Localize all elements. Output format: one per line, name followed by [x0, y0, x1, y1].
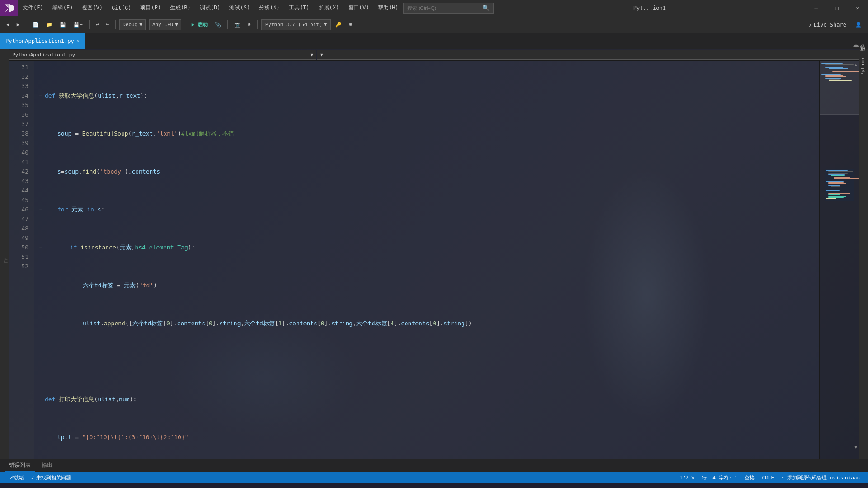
fold-icon-36 — [38, 282, 44, 289]
cpu-dropdown[interactable]: Any CPU ▼ — [149, 19, 181, 30]
line-number-41: 41 — [9, 157, 30, 167]
menu-help[interactable]: 帮助(H) — [373, 0, 403, 16]
minimap-viewport[interactable] — [820, 61, 859, 115]
fold-icon-32 — [38, 131, 44, 137]
minimap-scroll-down[interactable]: ▼ — [855, 445, 857, 450]
bottom-tab-errors[interactable]: 错误列表 — [5, 460, 35, 472]
line-number-44: 44 — [9, 186, 30, 195]
menu-git[interactable]: Git(G) — [107, 0, 136, 16]
debug-dropdown-arrow: ▼ — [139, 22, 142, 28]
layout-button[interactable]: ⊞ — [346, 21, 355, 28]
title-search[interactable]: 🔍 — [403, 3, 494, 14]
python-label: Python 3.7 (64-bit) — [265, 22, 322, 28]
new-file-button[interactable]: 📄 — [30, 21, 42, 28]
tab-close-button[interactable]: ✕ — [77, 38, 80, 43]
forward-button[interactable]: ▶ — [14, 21, 23, 28]
menu-project[interactable]: 项目(P) — [136, 0, 165, 16]
nav-arrow-right: ▼ — [320, 52, 323, 58]
status-branch[interactable]: ⎇ 就绪 — [5, 472, 28, 483]
fold-icon-35[interactable]: ─ — [38, 244, 44, 251]
branch-icon: ⎇ — [8, 475, 14, 481]
tab-scroll-right-icon[interactable]: ▶ — [856, 42, 859, 49]
code-editor[interactable]: ─ def 获取大学信息(ulist,r_text): soup = Beaut… — [34, 61, 819, 459]
fold-icon-33 — [38, 169, 44, 175]
line-number-40: 40 — [9, 148, 30, 157]
line-number-42: 42 — [9, 167, 30, 176]
line-number-34: 34 — [9, 91, 30, 100]
breadcrumb-nav-right[interactable]: ▼ — [317, 50, 859, 60]
account-button[interactable]: 👤 — [853, 21, 864, 28]
live-share-button[interactable]: ↗ Live Share — [804, 22, 851, 28]
tab-settings-icon[interactable]: ⚙ — [861, 42, 864, 49]
minimap-scroll-up[interactable]: ▲ — [855, 62, 857, 67]
status-encoding[interactable]: CRLF — [758, 472, 778, 483]
menu-view[interactable]: 视图(V) — [77, 0, 107, 16]
bottom-tab-output[interactable]: 输出 — [37, 460, 57, 472]
no-issues-label: 未找到相关问题 — [36, 474, 71, 481]
right-tab-python-env[interactable]: Python 环境 — [859, 51, 868, 79]
env-button[interactable]: 🔑 — [333, 21, 344, 28]
line-number-48: 48 — [9, 224, 30, 233]
window-title: Pyt...ion1 — [494, 5, 806, 11]
menu-test[interactable]: 测试(S) — [225, 0, 255, 16]
fn-name-31: 获取大学信息 — [59, 91, 94, 100]
toolbar: ◀ ▶ 📄 📁 💾 💾+ ↩ ↪ Debug ▼ Any CPU ▼ ▶ 启动 … — [0, 16, 868, 33]
minimap-preview — [825, 169, 854, 201]
save-button[interactable]: 💾 — [57, 21, 69, 28]
start-button[interactable]: ▶ 启动 — [189, 20, 210, 29]
code-line-32: soup = BeautifulSoup(r_text,'lxml')#lxml… — [38, 129, 819, 138]
tab-scroll-left-icon[interactable]: ◀ — [853, 42, 856, 49]
cpu-label: Any CPU — [152, 22, 173, 28]
redo-button[interactable]: ↪ — [104, 21, 112, 28]
breadcrumb-nav-left[interactable]: PythonApplication1.py ▼ — [9, 50, 316, 60]
line-number-32: 32 — [9, 72, 30, 81]
menu-build[interactable]: 生成(B) — [165, 0, 195, 16]
minimize-button[interactable]: ─ — [806, 0, 826, 16]
menu-edit[interactable]: 编辑(E) — [48, 0, 78, 16]
status-no-issues[interactable]: ✓ 未找到相关问题 — [28, 472, 75, 483]
breadcrumb-path: PythonApplication1.py — [12, 52, 75, 58]
vs-logo — [0, 0, 18, 16]
fold-icon-37 — [38, 320, 44, 327]
tab-python-file[interactable]: PythonApplication1.py ✕ — [0, 33, 85, 49]
menu-tools[interactable]: 工具(T) — [284, 0, 314, 16]
code-line-34: ─ for 元素 in s: — [38, 205, 819, 214]
branch-name: 就绪 — [14, 474, 24, 481]
python-version-selector[interactable]: Python 3.7 (64-bit) ▼ — [261, 19, 331, 30]
status-zoom[interactable]: 172 % — [676, 472, 698, 483]
menu-window[interactable]: 窗口(W) — [344, 0, 373, 16]
line-number-33: 33 — [9, 81, 30, 91]
cpu-dropdown-arrow: ▼ — [175, 22, 178, 28]
minimap[interactable]: ▲ ▼ — [819, 61, 859, 459]
back-button[interactable]: ◀ — [4, 21, 12, 28]
menu-debug[interactable]: 调试(D) — [195, 0, 225, 16]
check-icon: ✓ — [31, 475, 34, 481]
menu-extensions[interactable]: 扩展(X) — [314, 0, 344, 16]
menu-analyze[interactable]: 分析(N) — [255, 0, 284, 16]
line-number-52: 52 — [9, 262, 30, 271]
fold-icon-34[interactable]: ─ — [38, 206, 44, 213]
debug-config-dropdown[interactable]: Debug ▼ — [119, 19, 146, 30]
nav-arrow: ▼ — [310, 52, 313, 58]
undo-button[interactable]: ↩ — [93, 21, 102, 28]
save-all-button[interactable]: 💾+ — [71, 21, 85, 28]
line-col-value: 行: 4 字符: 1 — [702, 474, 737, 481]
search-input[interactable] — [407, 5, 482, 11]
live-share-icon: ↗ — [809, 22, 812, 28]
zoom-value: 172 % — [679, 475, 694, 481]
line-number-51: 51 — [9, 252, 30, 262]
status-spaces[interactable]: 空格 — [741, 472, 758, 483]
attach-button[interactable]: 📎 — [212, 21, 224, 28]
menu-file[interactable]: 文件(F) — [18, 0, 48, 16]
maximize-button[interactable]: □ — [826, 0, 847, 16]
fold-icon-39[interactable]: ─ — [38, 396, 44, 403]
open-button[interactable]: 📁 — [43, 21, 55, 28]
settings-button[interactable]: ⚙ — [245, 21, 254, 28]
status-line-col[interactable]: 行: 4 字符: 1 — [698, 472, 741, 483]
editor-nav: PythonApplication1.py ▼ ▼ — [9, 49, 859, 61]
screenshot-button[interactable]: 📷 — [231, 21, 243, 28]
close-button[interactable]: ✕ — [847, 0, 868, 16]
fold-icon-31[interactable]: ─ — [38, 93, 44, 99]
status-add-source[interactable]: ↑ 添加到源代码管理 usicaniaan — [778, 472, 863, 483]
line-number-49: 49 — [9, 233, 30, 243]
